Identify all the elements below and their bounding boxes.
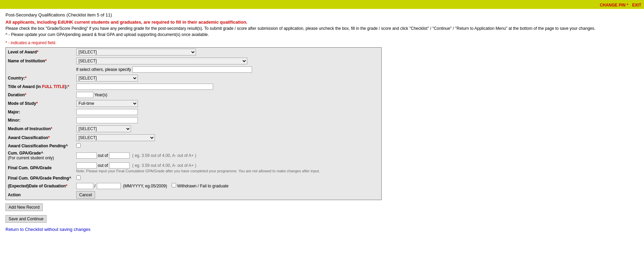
major-input[interactable]	[76, 109, 138, 115]
award-classification-label: Award Classification*	[6, 133, 74, 142]
others-specify-cell: If select others, please specify	[74, 65, 382, 74]
cum-gpa-row: Cum. GPA/Grade^ (For current student onl…	[6, 150, 382, 161]
country-select[interactable]: [SELECT]	[76, 75, 138, 82]
note-line: ^ - Please update your cum GPA/pending a…	[5, 32, 639, 37]
medium-row: Medium of Instruction* [SELECT]	[6, 124, 382, 133]
final-gpa-hint: ( eg. 3.59 out of 4.00, A- out of A+ )	[132, 163, 196, 168]
warning-detail: Please check the box "Grade/Score Pendin…	[5, 26, 639, 31]
page-title: Post-Secondary Qualifications (Checklist…	[5, 12, 639, 17]
award-classification-select[interactable]: [SELECT]	[76, 134, 155, 141]
level-of-award-select[interactable]: [SELECT]	[76, 49, 196, 56]
final-gpa-row: Final Cum. GPA/Grade out of ( eg. 3.59 o…	[6, 161, 382, 174]
top-navigation: CHANGE PIN * EXIT	[0, 2, 644, 9]
title-of-award-row: Title of Award (in FULL TITLE):*	[6, 83, 382, 91]
exit-link[interactable]: EXIT	[632, 3, 641, 8]
cancel-button[interactable]: Cancel	[76, 191, 95, 199]
minor-input[interactable]	[76, 117, 138, 123]
duration-row: Duration* Year(s)	[6, 91, 382, 99]
institution-row: Name of Institution* [SELECT]	[6, 57, 382, 65]
institution-select[interactable]: [SELECT]	[76, 58, 247, 64]
title-of-award-input[interactable]	[76, 84, 213, 90]
final-gpa-pending-cell	[74, 174, 382, 182]
cum-gpa-out-text: out of	[98, 153, 109, 158]
add-new-record-button[interactable]: Add New Record	[5, 204, 43, 211]
cum-gpa-hint: ( eg. 3.59 out of 4.00, A- out of A+ )	[132, 153, 196, 158]
mode-of-study-select[interactable]: Full-time Part-time	[76, 100, 138, 107]
level-of-award-row: Level of Award* [SELECT]	[6, 48, 382, 57]
medium-label: Medium of Instruction*	[6, 124, 74, 133]
award-classification-cell: [SELECT]	[74, 133, 382, 142]
award-pending-label: Award Classification Pending^	[6, 142, 74, 150]
title-of-award-label: Title of Award (in FULL TITLE):*	[6, 83, 74, 91]
country-row: Country:* [SELECT]	[6, 74, 382, 83]
level-of-award-cell: [SELECT]	[74, 48, 382, 57]
final-gpa-label: Final Cum. GPA/Grade	[6, 161, 74, 174]
date-format-hint: (MM/YYYY, eg.05/2009)	[123, 184, 168, 188]
award-pending-row: Award Classification Pending^	[6, 142, 382, 150]
withdrawn-checkbox[interactable]	[172, 183, 176, 187]
add-new-container: Add New Record	[5, 204, 639, 211]
mode-of-study-label: Mode of Study*	[6, 99, 74, 108]
action-row: Action Cancel	[6, 190, 382, 200]
change-pin-link[interactable]: CHANGE PIN	[600, 3, 626, 8]
final-gpa-out-input[interactable]	[109, 162, 130, 169]
level-of-award-label: Level of Award*	[6, 48, 74, 57]
mode-of-study-row: Mode of Study* Full-time Part-time	[6, 99, 382, 108]
qualifications-form: Level of Award* [SELECT] Name of Institu…	[5, 47, 382, 200]
final-gpa-input[interactable]	[76, 162, 97, 169]
final-gpa-cell: out of ( eg. 3.59 out of 4.00, A- out of…	[74, 161, 382, 174]
others-specify-row: If select others, please specify	[6, 65, 382, 74]
award-pending-checkbox[interactable]	[76, 143, 81, 148]
date-mm-input[interactable]	[76, 183, 93, 189]
major-label: Major:	[6, 108, 74, 116]
cum-gpa-out-input[interactable]	[109, 152, 130, 159]
medium-select[interactable]: [SELECT]	[76, 125, 131, 132]
others-specify-text: If select others, please specify	[76, 67, 132, 72]
others-specify-label	[6, 65, 74, 74]
major-cell	[74, 108, 382, 116]
save-continue-container: Save and Continue	[5, 215, 639, 223]
cum-gpa-input[interactable]	[76, 152, 97, 159]
date-yyyy-input[interactable]	[97, 183, 121, 189]
institution-cell: [SELECT]	[74, 57, 382, 65]
mode-of-study-cell: Full-time Part-time	[74, 99, 382, 108]
minor-cell	[74, 116, 382, 124]
title-of-award-cell	[74, 83, 382, 91]
date-separator: /	[94, 184, 97, 188]
withdrawn-label: Withdrawn / Fail to graduate	[177, 184, 228, 188]
required-note: * - indicates a required field.	[5, 40, 639, 45]
return-to-checklist-link[interactable]: Return to Checklist without saving chang…	[5, 227, 91, 232]
expected-date-cell: / (MM/YYYY, eg.05/2009) Withdrawn / Fail…	[74, 182, 382, 190]
institution-label: Name of Institution*	[6, 57, 74, 65]
award-classification-row: Award Classification* [SELECT]	[6, 133, 382, 142]
duration-input[interactable]	[76, 92, 93, 98]
expected-date-row: (Expected)Date of Graduation* / (MM/YYYY…	[6, 182, 382, 190]
medium-cell: [SELECT]	[74, 124, 382, 133]
final-gpa-pending-checkbox[interactable]	[76, 175, 81, 180]
action-cell: Cancel	[74, 190, 382, 200]
checklist-info: (Checklist item 5 of 11)	[66, 12, 112, 17]
country-cell: [SELECT]	[74, 74, 382, 83]
final-gpa-out-text: out of	[98, 163, 109, 168]
action-label: Action	[6, 190, 74, 200]
final-gpa-note: Note: Please input your Final Cumulative…	[76, 169, 320, 173]
expected-date-label: (Expected)Date of Graduation*	[6, 182, 74, 190]
save-and-continue-button[interactable]: Save and Continue	[5, 215, 47, 223]
return-link-container: Return to Checklist without saving chang…	[5, 227, 639, 232]
warning-bold: All applicants, including EdUHK current …	[5, 20, 639, 25]
final-gpa-pending-row: Final Cum. GPA/Grade Pending^	[6, 174, 382, 182]
cum-gpa-label: Cum. GPA/Grade^ (For current student onl…	[6, 150, 74, 161]
award-pending-cell	[74, 142, 382, 150]
cum-gpa-cell: out of ( eg. 3.59 out of 4.00, A- out of…	[74, 150, 382, 161]
major-row: Major:	[6, 108, 382, 116]
duration-cell: Year(s)	[74, 91, 382, 99]
duration-suffix: Year(s)	[94, 92, 107, 97]
duration-label: Duration*	[6, 91, 74, 99]
minor-label: Minor:	[6, 116, 74, 124]
others-specify-input[interactable]	[132, 66, 252, 73]
minor-row: Minor:	[6, 116, 382, 124]
main-content: Post-Secondary Qualifications (Checklist…	[0, 9, 644, 235]
country-label: Country:*	[6, 74, 74, 83]
final-gpa-pending-label: Final Cum. GPA/Grade Pending^	[6, 174, 74, 182]
nav-separator: *	[627, 3, 629, 8]
